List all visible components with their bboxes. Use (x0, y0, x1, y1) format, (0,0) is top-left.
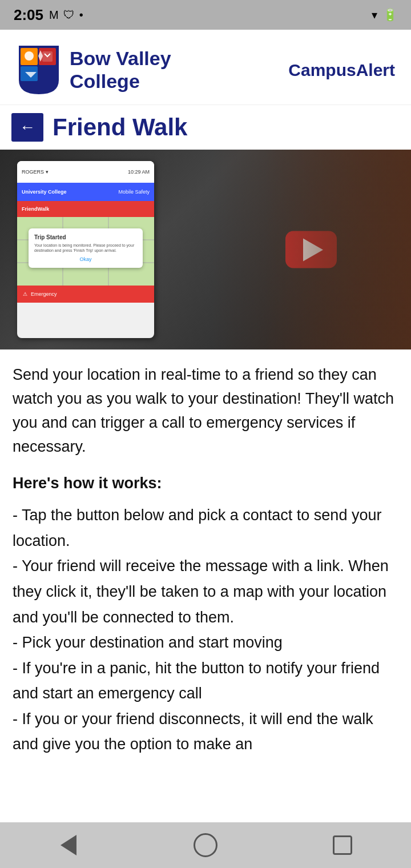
battery-icon: 🔋 (383, 8, 397, 22)
bottom-navigation (0, 822, 411, 868)
phone-friendwalk-bar: FriendWalk (17, 201, 154, 217)
phone-time: 10:29 AM (128, 169, 150, 175)
video-background: ROGERS ▾ 10:29 AM University College Mob… (0, 150, 411, 349)
phone-app-name: University College (22, 189, 67, 195)
page-title: Friend Walk (53, 114, 187, 141)
phone-dialog-title: Trip Started (34, 234, 137, 240)
shield-icon: 🛡 (63, 9, 75, 22)
logo-text: Bow Valley College (70, 47, 171, 92)
instruction-2: - Your friend will receive the message w… (13, 553, 398, 630)
status-left: 2:05 M 🛡 • (14, 6, 83, 24)
phone-mockup: ROGERS ▾ 10:29 AM University College Mob… (17, 161, 154, 338)
app-header: Bow Valley College CampusAlert (0, 30, 411, 105)
phone-carrier: ROGERS ▾ (22, 169, 49, 175)
status-icons: M 🛡 • (49, 9, 83, 22)
campus-alert-text: CampusAlert (288, 61, 395, 79)
college-name-line2: College (70, 70, 171, 93)
page-title-bar: ← Friend Walk (0, 105, 411, 150)
wifi-icon: ▾ (372, 8, 377, 22)
instructions-list: - Tap the button below and pick a contac… (13, 503, 398, 757)
video-thumbnail[interactable]: ROGERS ▾ 10:29 AM University College Mob… (0, 150, 411, 349)
phone-app-subtitle: Mobile Safety (118, 189, 150, 195)
nav-recent-button[interactable] (325, 828, 360, 862)
phone-top-bar: ROGERS ▾ 10:29 AM (17, 161, 154, 183)
phone-map: Trip Started Your location is being moni… (17, 217, 154, 286)
phone-feature-name: FriendWalk (22, 206, 49, 212)
video-overlay (211, 150, 411, 349)
svg-point-3 (25, 51, 34, 61)
description-text: Send your location in real-time to a fri… (13, 363, 398, 459)
bvc-logo (16, 46, 62, 94)
nav-recent-icon (333, 835, 352, 855)
nav-home-icon (194, 833, 217, 857)
content-area: Send your location in real-time to a fri… (0, 349, 411, 769)
logo-section: Bow Valley College (16, 46, 171, 94)
back-arrow-icon: ← (19, 118, 35, 136)
status-right: ▾ 🔋 (372, 8, 397, 22)
nav-home-button[interactable] (188, 828, 223, 862)
instruction-5: - If you or your friend disconnects, it … (13, 706, 398, 757)
dot-icon: • (79, 9, 83, 22)
alert-text: Alert (356, 61, 395, 79)
phone-bottom-bar: ⚠ Emergency (17, 286, 154, 303)
phone-dialog-body: Your location is being monitored. Please… (34, 243, 137, 253)
instruction-1: - Tap the button below and pick a contac… (13, 503, 398, 553)
phone-emergency-text: Emergency (31, 291, 57, 297)
campus-text: Campus (288, 61, 356, 79)
phone-dialog-ok: Okay (34, 256, 137, 262)
instruction-3: - Pick your destination and start moving (13, 630, 398, 656)
gmail-icon: M (49, 9, 59, 22)
college-name-line1: Bow Valley (70, 47, 171, 70)
status-time: 2:05 (14, 6, 43, 24)
phone-app-bar: University College Mobile Safety (17, 183, 154, 201)
nav-back-button[interactable] (51, 828, 86, 862)
how-it-works-heading: Here's how it works: (13, 475, 398, 492)
instruction-4: - If you're in a panic, hit the button t… (13, 656, 398, 706)
status-bar: 2:05 M 🛡 • ▾ 🔋 (0, 0, 411, 30)
phone-dialog: Trip Started Your location is being moni… (29, 228, 143, 268)
back-button[interactable]: ← (11, 113, 43, 142)
nav-back-icon (61, 835, 76, 855)
campus-alert-logo: CampusAlert (288, 61, 395, 80)
phone-warning-icon: ⚠ (23, 291, 27, 297)
